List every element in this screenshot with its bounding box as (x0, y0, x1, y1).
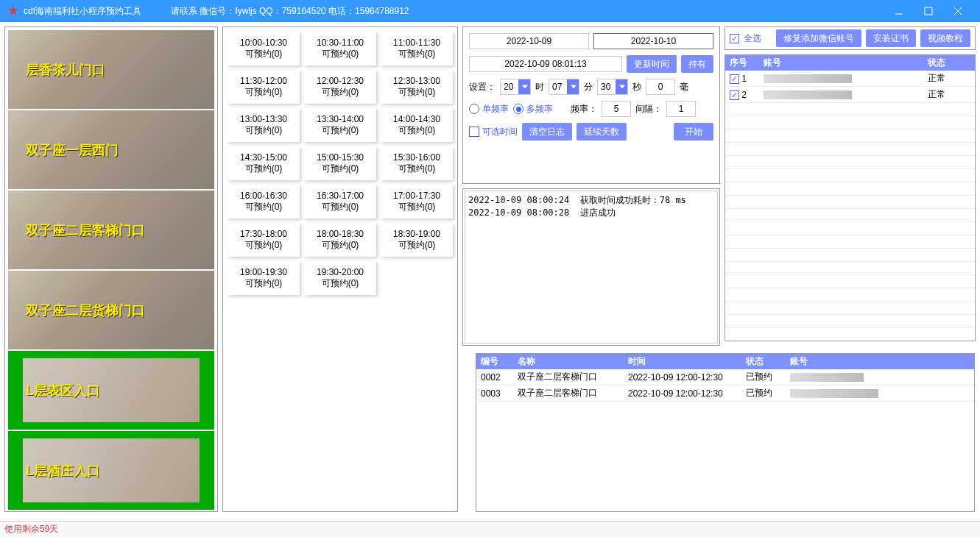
slot-status: 可预约(0) (245, 201, 283, 213)
timeslot-7[interactable]: 13:30-14:00可预约(0) (304, 108, 376, 142)
slot-status: 可预约(0) (245, 86, 283, 99)
slot-time: 16:00-16:30 (240, 191, 287, 201)
location-item-3[interactable]: 双子座二层货梯门口 (8, 271, 214, 349)
clear-log-button[interactable]: 清空日志 (522, 123, 572, 141)
multi-freq-radio[interactable]: 多频率 (513, 103, 553, 115)
interval-input[interactable] (666, 101, 696, 117)
slot-time: 11:30-12:00 (240, 76, 287, 86)
second-select[interactable]: 30 (597, 79, 628, 95)
location-image (8, 351, 214, 430)
appt-col-id: 编号 (476, 354, 513, 369)
row-checkbox[interactable] (730, 90, 739, 100)
location-item-0[interactable]: 层香茶儿门口 (8, 30, 214, 109)
app-icon (7, 5, 19, 17)
install-cert-button[interactable]: 安装证书 (866, 29, 916, 47)
account-row[interactable]: 2正常 (725, 87, 975, 103)
slot-status: 可预约(0) (245, 277, 283, 290)
timeslot-0[interactable]: 10:00-10:30可预约(0) (228, 32, 300, 65)
appointment-row[interactable]: 0003双子座二层客梯门口2022-10-09 12:00-12:30已预约 (476, 385, 974, 402)
delay-days-button[interactable]: 延续天数 (577, 123, 627, 141)
slot-status: 可预约(0) (245, 48, 283, 60)
video-tutorial-button[interactable]: 视频教程 (920, 29, 970, 47)
location-image (8, 110, 214, 189)
timeslot-1[interactable]: 10:30-11:00可预约(0) (304, 32, 376, 65)
slot-status: 可预约(0) (398, 124, 436, 137)
timeslot-19[interactable]: 19:30-20:00可预约(0) (304, 261, 376, 295)
slot-time: 10:30-11:00 (317, 38, 364, 48)
timeslot-18[interactable]: 19:00-19:30可预约(0) (228, 261, 300, 295)
slot-status: 可预约(0) (245, 124, 283, 137)
maximize-button[interactable] (914, 0, 943, 22)
timeslot-2[interactable]: 11:00-11:30可预约(0) (381, 32, 453, 65)
location-item-4[interactable]: L层表区入口 (8, 351, 214, 430)
slot-time: 12:30-13:00 (393, 76, 440, 86)
log-textarea[interactable]: 2022-10-09 08:00:24 获取时间成功耗时：78 ms 2022-… (465, 191, 718, 344)
location-item-2[interactable]: 双子座二层客梯门口 (8, 191, 214, 269)
set-label: 设置： (469, 81, 496, 93)
slot-time: 15:30-16:00 (393, 152, 440, 163)
slot-time: 10:00-10:30 (240, 38, 287, 48)
accounts-panel: 序号 账号 状态 1正常 2正常 (725, 54, 976, 341)
appointments-panel: 编号 名称 时间 状态 账号 0002双子座二层客梯门口2022-10-09 1… (476, 353, 975, 512)
date2-field[interactable]: 2022-10-10 (593, 33, 713, 49)
close-button[interactable] (943, 0, 973, 22)
select-all-checkbox[interactable] (730, 34, 739, 43)
slot-time: 16:30-17:00 (317, 191, 364, 201)
timeslot-8[interactable]: 14:00-14:30可预约(0) (381, 108, 453, 142)
timeslot-11[interactable]: 15:30-16:00可预约(0) (381, 146, 453, 180)
svg-rect-2 (925, 7, 932, 15)
location-image (8, 191, 214, 269)
location-item-5[interactable]: L层酒庄入口 (8, 431, 214, 510)
timeslot-6[interactable]: 13:00-13:30可预约(0) (228, 108, 300, 142)
account-row[interactable]: 1正常 (725, 71, 975, 87)
hold-button[interactable]: 持有 (681, 55, 713, 73)
slot-time: 18:00-18:30 (317, 229, 364, 239)
slot-time: 13:00-13:30 (240, 114, 287, 124)
slot-status: 可预约(0) (322, 277, 359, 290)
slot-time: 13:30-14:00 (317, 114, 364, 124)
fix-wechat-button[interactable]: 修复添加微信账号 (776, 29, 861, 47)
single-freq-radio[interactable]: 单频率 (469, 103, 509, 115)
timeslot-14[interactable]: 17:00-17:30可预约(0) (381, 185, 453, 218)
slot-status: 可预约(0) (322, 124, 359, 137)
slot-status: 可预约(0) (245, 163, 283, 175)
timeslot-4[interactable]: 12:00-12:30可预约(0) (304, 70, 376, 104)
minimize-button[interactable] (884, 0, 914, 22)
slot-status: 可预约(0) (322, 86, 359, 99)
timeslot-15[interactable]: 17:30-18:00可预约(0) (228, 223, 300, 257)
titlebar: cdf海南福利社小程序预约工具 请联系 微信号：fywljs QQ：759164… (0, 0, 980, 22)
statusbar: 使用剩余59天 (0, 521, 980, 537)
start-button[interactable]: 开始 (674, 123, 713, 141)
location-item-1[interactable]: 双子座一层西门 (8, 110, 214, 189)
slot-status: 可预约(0) (398, 239, 436, 252)
timeslot-5[interactable]: 12:30-13:00可预约(0) (381, 70, 453, 104)
acct-col-idx: 序号 (725, 55, 759, 71)
optional-time-checkbox[interactable]: 可选时间 (469, 126, 518, 138)
appt-col-time: 时间 (624, 354, 741, 369)
slot-time: 18:30-19:00 (393, 229, 440, 239)
locations-panel: 层香茶儿门口双子座一层西门双子座二层客梯门口双子座二层货梯门口L层表区入口L层酒… (4, 26, 218, 512)
timeslot-12[interactable]: 16:00-16:30可预约(0) (228, 185, 300, 218)
timeslot-10[interactable]: 15:00-15:30可预约(0) (304, 146, 376, 180)
timeslots-panel: 10:00-10:30可预约(0)10:30-11:00可预约(0)11:00-… (222, 26, 458, 512)
timeslot-3[interactable]: 11:30-12:00可预约(0) (228, 70, 300, 104)
slot-status: 可预约(0) (245, 239, 283, 252)
ms-input[interactable] (646, 79, 675, 95)
contact-info: 请联系 微信号：fywljs QQ：759164520 电话：159647889… (171, 5, 409, 18)
slot-time: 12:00-12:30 (317, 76, 364, 86)
timeslot-17[interactable]: 18:30-19:00可预约(0) (381, 223, 453, 257)
update-time-button[interactable]: 更新时间 (627, 55, 677, 73)
appointment-row[interactable]: 0002双子座二层客梯门口2022-10-09 12:00-12:30已预约 (476, 369, 974, 385)
slot-status: 可预约(0) (322, 163, 359, 175)
hour-select[interactable]: 20 (500, 79, 531, 95)
timeslot-9[interactable]: 14:30-15:00可预约(0) (228, 146, 300, 180)
row-checkbox[interactable] (730, 74, 739, 84)
date1-field[interactable]: 2022-10-09 (469, 33, 589, 49)
freq-input[interactable] (602, 101, 631, 117)
appt-col-name: 名称 (513, 354, 624, 369)
acct-col-acct: 账号 (759, 55, 923, 71)
slot-time: 14:00-14:30 (393, 114, 440, 124)
timeslot-13[interactable]: 16:30-17:00可预约(0) (304, 185, 376, 218)
timeslot-16[interactable]: 18:00-18:30可预约(0) (304, 223, 376, 257)
minute-select[interactable]: 07 (549, 79, 579, 95)
